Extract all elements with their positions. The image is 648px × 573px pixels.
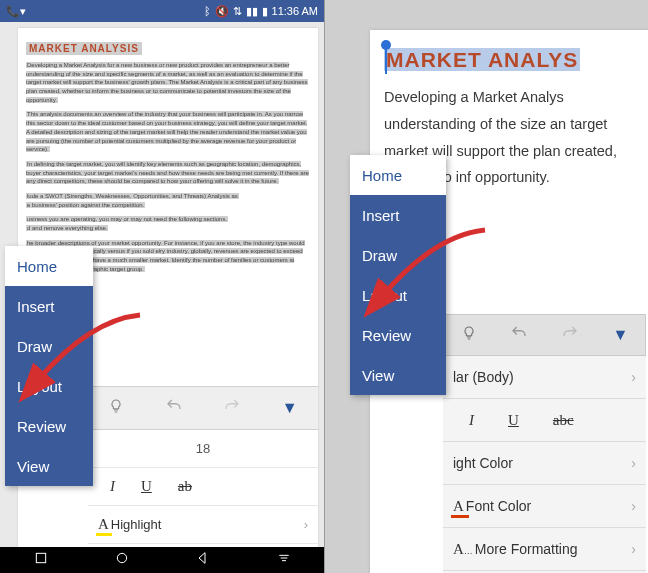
font-size-row[interactable]: 18 [88, 430, 318, 468]
menu-item-review[interactable]: Review [5, 406, 93, 446]
menu-item-layout[interactable]: Layout [350, 275, 446, 315]
highlight-icon: A [98, 516, 109, 533]
menu-item-view[interactable]: View [350, 355, 446, 395]
underline-button[interactable]: U [141, 478, 152, 495]
doc-paragraph[interactable]: Developing a Market Analysis for a new b… [26, 61, 310, 104]
menu-item-layout[interactable]: Layout [5, 366, 93, 406]
recent-apps-icon[interactable] [33, 550, 49, 570]
menu-lines-icon[interactable] [276, 550, 292, 570]
doc-title[interactable]: MARKET ANALYSIS [26, 42, 142, 55]
home-icon[interactable] [114, 550, 130, 570]
menu-item-draw[interactable]: Draw [350, 235, 446, 275]
chevron-right-icon: › [631, 498, 636, 514]
mute-icon: 🔇 [215, 5, 229, 18]
doc-paragraph[interactable]: This analysis documents an overview of t… [26, 110, 310, 153]
text-style-row: I U abc [443, 399, 646, 442]
doc-paragraph[interactable]: lude a SWOT (Strengths, Weaknesses, Oppo… [26, 192, 310, 209]
strike-button[interactable]: abc [553, 412, 574, 429]
expand-toolbar-icon[interactable]: ▼ [282, 399, 298, 417]
chevron-right-icon: › [631, 369, 636, 385]
doc-title: MARKET ANALYS [384, 48, 580, 71]
menu-item-review[interactable]: Review [350, 315, 446, 355]
android-navbar [0, 547, 324, 573]
lightbulb-icon[interactable] [108, 398, 124, 418]
menu-item-insert[interactable]: Insert [5, 286, 93, 326]
chevron-right-icon: › [631, 541, 636, 557]
clock: 11:36 AM [272, 5, 318, 17]
strike-button[interactable]: ab [178, 478, 192, 495]
underline-button[interactable]: U [508, 412, 519, 429]
menu-item-view[interactable]: View [5, 446, 93, 486]
expand-toolbar-icon[interactable]: ▼ [612, 326, 628, 344]
battery-icon: ▮ [262, 5, 268, 18]
redo-icon[interactable] [223, 397, 241, 419]
menu-item-home[interactable]: Home [5, 246, 93, 286]
undo-icon[interactable] [510, 324, 528, 346]
signal-icon: ▮▮ [246, 5, 258, 18]
doc-paragraph[interactable]: In defining the target market, you will … [26, 160, 310, 186]
text-style-row: I U ab [88, 468, 318, 506]
ribbon-tab-menu: Home Insert Draw Layout Review View [5, 246, 93, 486]
more-formatting-icon: A… [453, 541, 473, 558]
quick-toolbar: ▼ [443, 314, 646, 356]
menu-item-home[interactable]: Home [350, 155, 446, 195]
doc-paragraph[interactable]: usiness you are operating, you may or ma… [26, 215, 310, 232]
redo-icon[interactable] [561, 324, 579, 346]
undo-icon[interactable] [165, 397, 183, 419]
font-body-row[interactable]: lar (Body)› [443, 356, 646, 399]
svg-point-1 [117, 553, 126, 562]
svg-rect-0 [36, 553, 45, 562]
phone-icon: 📞▾ [6, 5, 26, 18]
chevron-right-icon: › [631, 455, 636, 471]
fontcolor-icon: A [453, 498, 464, 515]
fontcolor-row[interactable]: A Font Color› [443, 485, 646, 528]
bluetooth-icon: ᛒ [204, 5, 211, 17]
back-icon[interactable] [195, 550, 211, 570]
highlight-row[interactable]: ight Color› [443, 442, 646, 485]
more-formatting-row[interactable]: A… More Formatting› [443, 528, 646, 571]
android-statusbar: 📞▾ ᛒ 🔇 ⇅ ▮▮ ▮ 11:36 AM [0, 0, 324, 22]
menu-item-insert[interactable]: Insert [350, 195, 446, 235]
lightbulb-icon[interactable] [461, 325, 477, 345]
quick-toolbar: ▼ [88, 386, 318, 430]
chevron-right-icon: › [304, 517, 308, 532]
italic-button[interactable]: I [469, 412, 474, 429]
menu-item-draw[interactable]: Draw [5, 326, 93, 366]
ribbon-tab-menu: Home Insert Draw Layout Review View [350, 155, 446, 395]
format-panel: lar (Body)› I U abc ight Color› A Font C… [443, 356, 646, 573]
highlight-row[interactable]: A Highlight › [88, 506, 318, 544]
italic-button[interactable]: I [110, 478, 115, 495]
text-cursor [385, 48, 387, 74]
wifi-icon: ⇅ [233, 5, 242, 18]
format-panel: 18 I U ab A Highlight › A Font Color › [88, 430, 318, 547]
